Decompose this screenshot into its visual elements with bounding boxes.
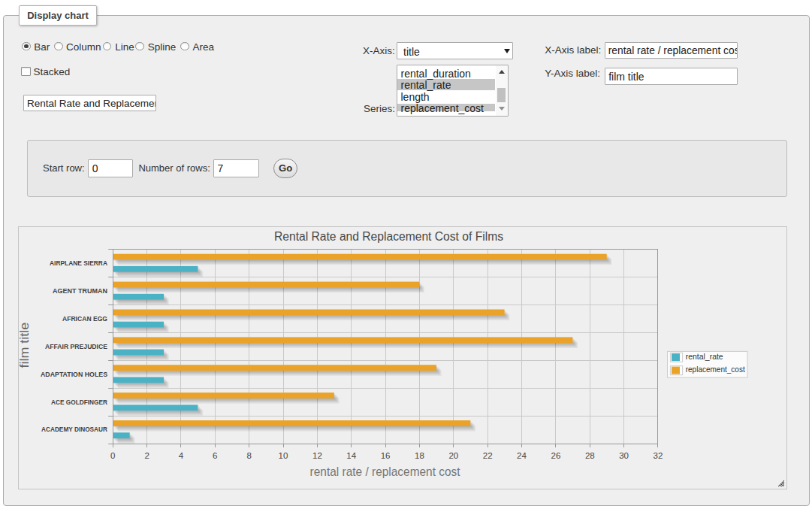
svg-text:2: 2 <box>144 451 149 460</box>
svg-text:30: 30 <box>619 451 629 460</box>
svg-text:6: 6 <box>213 451 217 460</box>
svg-text:AGENT TRUMAN: AGENT TRUMAN <box>53 287 107 295</box>
svg-text:22: 22 <box>483 451 493 460</box>
svg-text:26: 26 <box>551 451 561 460</box>
svg-text:10: 10 <box>279 451 288 460</box>
svg-text:32: 32 <box>654 451 663 460</box>
svg-text:AIRPLANE SIERRA: AIRPLANE SIERRA <box>50 259 107 267</box>
svg-text:28: 28 <box>585 451 595 460</box>
svg-text:ADAPTATION HOLES: ADAPTATION HOLES <box>41 371 107 378</box>
svg-text:rental_rate: rental_rate <box>686 352 723 361</box>
svg-text:12: 12 <box>312 451 322 460</box>
svg-text:8: 8 <box>246 451 251 460</box>
svg-text:AFRICAN EGG: AFRICAN EGG <box>62 315 107 323</box>
svg-text:20: 20 <box>448 451 458 460</box>
svg-text:AFFAIR PREJUDICE: AFFAIR PREJUDICE <box>45 343 107 350</box>
svg-text:0: 0 <box>110 451 115 460</box>
svg-text:16: 16 <box>381 451 391 460</box>
svg-text:ACADEMY DINOSAUR: ACADEMY DINOSAUR <box>41 426 107 433</box>
svg-text:24: 24 <box>517 451 527 460</box>
svg-text:4: 4 <box>179 451 184 460</box>
svg-text:film title: film title <box>19 323 31 368</box>
svg-text:replacement_cost: replacement_cost <box>686 365 745 374</box>
svg-text:ACE GOLDFINGER: ACE GOLDFINGER <box>51 398 107 406</box>
svg-text:14: 14 <box>346 451 356 460</box>
svg-text:Rental Rate and Replacement Co: Rental Rate and Replacement Cost of Film… <box>274 230 503 243</box>
svg-text:rental rate / replacement cost: rental rate / replacement cost <box>310 465 460 478</box>
svg-text:18: 18 <box>415 451 424 460</box>
